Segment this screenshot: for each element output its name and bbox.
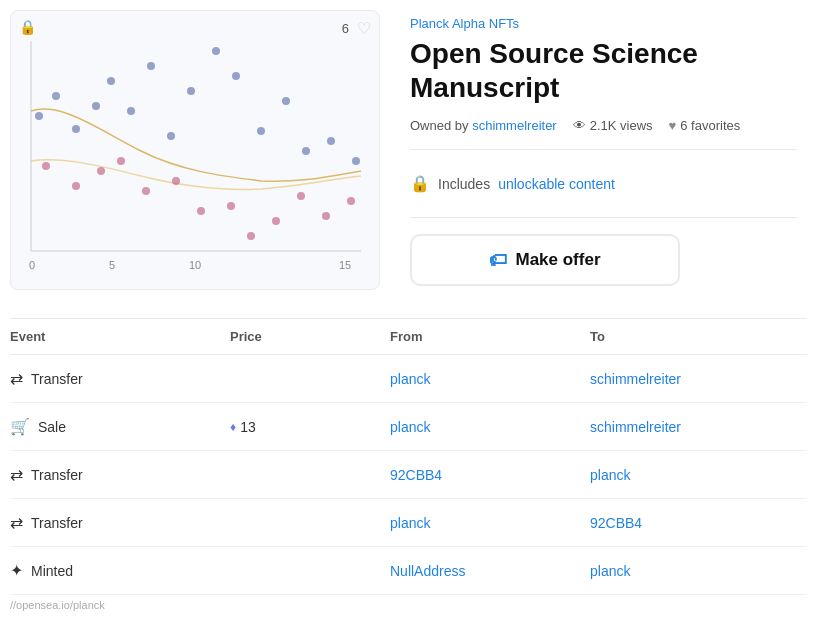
to-cell-4[interactable]: 92CBB4 bbox=[590, 515, 790, 531]
views-count: 👁 2.1K views bbox=[573, 118, 653, 133]
svg-point-23 bbox=[72, 182, 80, 190]
collection-name[interactable]: Planck Alpha NFTs bbox=[410, 16, 797, 31]
svg-point-16 bbox=[232, 72, 240, 80]
svg-point-30 bbox=[247, 232, 255, 240]
svg-point-21 bbox=[352, 157, 360, 165]
event-label: Transfer bbox=[31, 371, 83, 387]
make-offer-button[interactable]: 🏷 Make offer bbox=[410, 234, 680, 286]
svg-point-22 bbox=[42, 162, 50, 170]
table-row: 🛒 Sale ♦ 13 planck schimmelreiter bbox=[10, 403, 807, 451]
svg-point-17 bbox=[257, 127, 265, 135]
col-event: Event bbox=[10, 329, 230, 344]
chart-container: 🔒 6 ♡ 0 5 10 15 bbox=[10, 10, 380, 290]
price-cell-2: ♦ 13 bbox=[230, 419, 390, 435]
svg-point-26 bbox=[142, 187, 150, 195]
from-cell-1[interactable]: planck bbox=[390, 371, 590, 387]
table-row: ⇄ Transfer 92CBB4 planck bbox=[10, 451, 807, 499]
svg-point-25 bbox=[117, 157, 125, 165]
svg-point-27 bbox=[172, 177, 180, 185]
svg-point-33 bbox=[322, 212, 330, 220]
svg-point-24 bbox=[97, 167, 105, 175]
svg-text:15: 15 bbox=[339, 259, 351, 271]
transfer-icon-3: ⇄ bbox=[10, 513, 23, 532]
owned-label: Owned by schimmelreiter bbox=[410, 118, 557, 133]
to-cell-2[interactable]: schimmelreiter bbox=[590, 419, 790, 435]
favorites-count: ♥ 6 favorites bbox=[669, 118, 741, 133]
svg-point-18 bbox=[282, 97, 290, 105]
svg-point-13 bbox=[167, 132, 175, 140]
event-cell-sale: 🛒 Sale bbox=[10, 417, 230, 436]
events-section: Event Price From To ⇄ Transfer planck sc… bbox=[0, 318, 817, 615]
nft-detail-panel: Planck Alpha NFTs Open Source Science Ma… bbox=[390, 0, 817, 318]
price-value: 13 bbox=[240, 419, 256, 435]
from-cell-2[interactable]: planck bbox=[390, 419, 590, 435]
svg-point-34 bbox=[347, 197, 355, 205]
table-row: ⇄ Transfer planck schimmelreiter bbox=[10, 355, 807, 403]
svg-point-9 bbox=[92, 102, 100, 110]
svg-point-32 bbox=[297, 192, 305, 200]
make-offer-label: Make offer bbox=[515, 250, 600, 270]
svg-point-6 bbox=[35, 112, 43, 120]
col-to: To bbox=[590, 329, 790, 344]
divider-1 bbox=[410, 149, 797, 150]
heart-filled-icon: ♥ bbox=[669, 118, 677, 133]
svg-point-14 bbox=[187, 87, 195, 95]
eye-icon: 👁 bbox=[573, 118, 586, 133]
table-row: ✦ Minted NullAddress planck bbox=[10, 547, 807, 595]
svg-point-10 bbox=[107, 77, 115, 85]
scatter-chart: 0 5 10 15 bbox=[21, 21, 371, 281]
table-header: Event Price From To bbox=[10, 319, 807, 355]
event-cell-transfer-3: ⇄ Transfer bbox=[10, 513, 230, 532]
lock-purple-icon: 🔒 bbox=[410, 174, 430, 193]
event-label: Sale bbox=[38, 419, 66, 435]
from-cell-4[interactable]: planck bbox=[390, 515, 590, 531]
meta-row: Owned by schimmelreiter 👁 2.1K views ♥ 6… bbox=[410, 118, 797, 133]
from-cell-3[interactable]: 92CBB4 bbox=[390, 467, 590, 483]
event-label: Transfer bbox=[31, 515, 83, 531]
url-bar: //opensea.io/planck bbox=[0, 595, 817, 615]
sale-icon: 🛒 bbox=[10, 417, 30, 436]
minted-icon: ✦ bbox=[10, 561, 23, 580]
to-cell-3[interactable]: planck bbox=[590, 467, 790, 483]
event-cell-transfer-2: ⇄ Transfer bbox=[10, 465, 230, 484]
tag-icon: 🏷 bbox=[489, 250, 507, 271]
svg-point-7 bbox=[52, 92, 60, 100]
svg-point-15 bbox=[212, 47, 220, 55]
event-cell-transfer-1: ⇄ Transfer bbox=[10, 369, 230, 388]
from-cell-5[interactable]: NullAddress bbox=[390, 563, 590, 579]
unlockable-label: Includes bbox=[438, 176, 490, 192]
svg-point-19 bbox=[302, 147, 310, 155]
transfer-icon-2: ⇄ bbox=[10, 465, 23, 484]
svg-point-31 bbox=[272, 217, 280, 225]
eth-icon: ♦ bbox=[230, 420, 236, 434]
svg-point-8 bbox=[72, 125, 80, 133]
event-cell-minted: ✦ Minted bbox=[10, 561, 230, 580]
table-row: ⇄ Transfer planck 92CBB4 bbox=[10, 499, 807, 547]
svg-point-11 bbox=[127, 107, 135, 115]
col-price: Price bbox=[230, 329, 390, 344]
col-from: From bbox=[390, 329, 590, 344]
svg-text:5: 5 bbox=[109, 259, 115, 271]
event-label: Minted bbox=[31, 563, 73, 579]
divider-2 bbox=[410, 217, 797, 218]
event-label: Transfer bbox=[31, 467, 83, 483]
to-cell-1[interactable]: schimmelreiter bbox=[590, 371, 790, 387]
to-cell-5[interactable]: planck bbox=[590, 563, 790, 579]
transfer-icon-1: ⇄ bbox=[10, 369, 23, 388]
unlockable-link[interactable]: unlockable content bbox=[498, 176, 615, 192]
owner-link[interactable]: schimmelreiter bbox=[472, 118, 557, 133]
svg-point-20 bbox=[327, 137, 335, 145]
svg-point-28 bbox=[197, 207, 205, 215]
svg-text:0: 0 bbox=[29, 259, 35, 271]
svg-point-12 bbox=[147, 62, 155, 70]
svg-point-29 bbox=[227, 202, 235, 210]
svg-text:10: 10 bbox=[189, 259, 201, 271]
nft-title: Open Source Science Manuscript bbox=[410, 37, 797, 104]
unlockable-row: 🔒 Includes unlockable content bbox=[410, 162, 797, 205]
